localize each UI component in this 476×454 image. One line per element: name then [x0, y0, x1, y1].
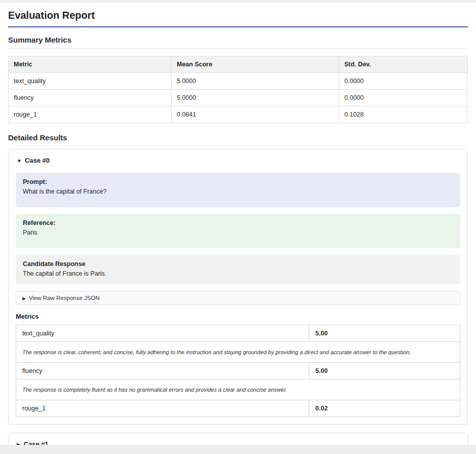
- report-page: Evaluation Report Summary Metrics Metric…: [0, 3, 476, 445]
- summary-col-mean: Mean Score: [171, 56, 339, 73]
- summary-metrics-heading: Summary Metrics: [8, 35, 468, 49]
- case-metrics-table: text_quality 5.00 The response is clear,…: [16, 325, 460, 417]
- prompt-box: Prompt: What is the capital of France?: [16, 173, 460, 207]
- metric-name-cell: fluency: [9, 90, 172, 106]
- metric-name-cell: text_quality: [9, 73, 172, 90]
- std-dev-cell: 0.1028: [339, 106, 468, 123]
- table-row: rouge_1 0.02: [16, 400, 460, 417]
- summary-header-row: Metric Mean Score Std. Dev.: [9, 56, 468, 73]
- case-card-1: ▶Case #1: [8, 433, 468, 445]
- case-metrics-heading: Metrics: [16, 313, 460, 320]
- table-row: rouge_1 0.0841 0.1028: [9, 106, 468, 123]
- table-row: The response is clear, coherent, and con…: [16, 342, 460, 363]
- table-row: The response is completely fluent as it …: [16, 380, 460, 400]
- candidate-response-text: The capital of France is Paris.: [23, 270, 453, 277]
- table-row: fluency 5.0000 0.0000: [9, 90, 468, 106]
- candidate-response-box: Candidate Response The capital of France…: [16, 255, 460, 284]
- metric-name-cell: fluency: [16, 363, 309, 380]
- prompt-label: Prompt:: [23, 178, 453, 185]
- std-dev-cell: 0.0000: [339, 73, 468, 90]
- page-title: Evaluation Report: [8, 10, 468, 27]
- view-raw-json-toggle[interactable]: ▶View Raw Response JSON: [16, 291, 460, 305]
- chevron-right-icon: ▶: [17, 442, 21, 445]
- mean-score-cell: 0.0841: [171, 106, 339, 123]
- case-0-toggle[interactable]: ▼Case #0: [16, 155, 460, 166]
- table-row: fluency 5.00: [16, 363, 460, 380]
- metric-name-cell: rouge_1: [16, 400, 309, 417]
- view-raw-json-label: View Raw Response JSON: [29, 295, 100, 301]
- metric-score-cell: 5.00: [309, 363, 460, 380]
- candidate-response-label: Candidate Response: [23, 260, 453, 268]
- case-0-label: Case #0: [25, 157, 50, 164]
- case-1-label: Case #1: [24, 440, 49, 445]
- mean-score-cell: 5.0000: [171, 73, 339, 90]
- metric-name-cell: text_quality: [16, 325, 309, 342]
- metric-explanation-cell: The response is completely fluent as it …: [16, 380, 460, 400]
- metric-score-cell: 0.02: [309, 400, 460, 417]
- table-row: text_quality 5.00: [16, 325, 460, 342]
- metric-explanation-cell: The response is clear, coherent, and con…: [16, 342, 460, 363]
- case-1-toggle[interactable]: ▶Case #1: [16, 438, 460, 445]
- std-dev-cell: 0.0000: [339, 90, 468, 106]
- prompt-text: What is the capital of France?: [23, 188, 453, 195]
- metric-name-cell: rouge_1: [9, 106, 172, 123]
- summary-col-std: Std. Dev.: [339, 56, 468, 73]
- metric-score-cell: 5.00: [309, 325, 460, 342]
- mean-score-cell: 5.0000: [171, 90, 339, 106]
- summary-metrics-table: Metric Mean Score Std. Dev. text_quality…: [8, 56, 468, 123]
- summary-col-metric: Metric: [9, 56, 172, 73]
- reference-text: Paris: [23, 229, 453, 236]
- reference-label: Reference:: [23, 219, 453, 226]
- chevron-right-icon: ▶: [22, 296, 26, 301]
- table-row: text_quality 5.0000 0.0000: [9, 73, 468, 90]
- reference-box: Reference: Paris: [16, 214, 460, 248]
- detailed-results-heading: Detailed Results: [8, 133, 468, 144]
- chevron-down-icon: ▼: [17, 158, 22, 164]
- case-card-0: ▼Case #0 Prompt: What is the capital of …: [8, 149, 468, 425]
